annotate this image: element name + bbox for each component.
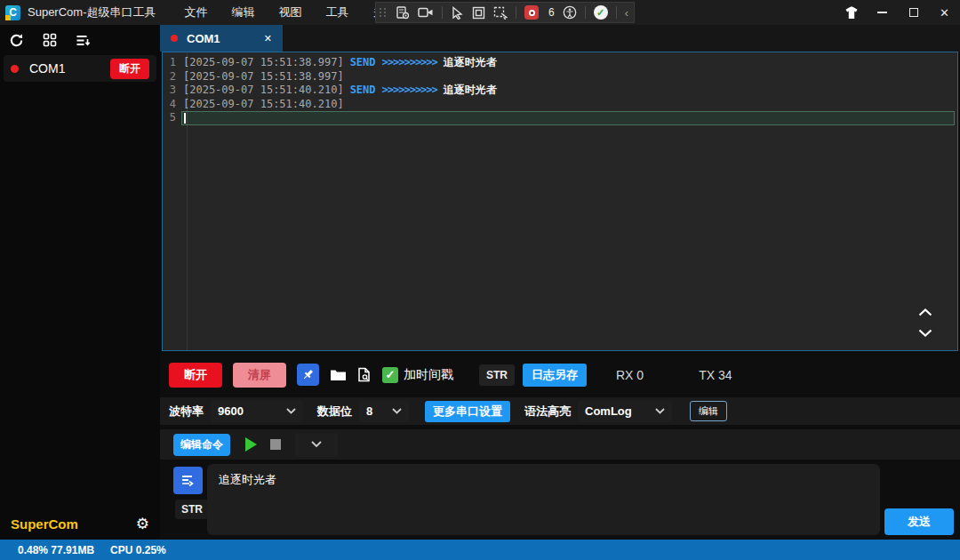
log-line-current: 5 [163, 111, 957, 125]
rx-counter: RX 0 [616, 368, 644, 382]
scroll-top-icon[interactable] [918, 307, 932, 319]
more-serial-settings-button[interactable]: 更多串口设置 [425, 401, 510, 422]
checkbox-checked-icon[interactable]: ✓ [382, 367, 398, 383]
stop-commands-icon[interactable] [270, 439, 281, 450]
port-name: COM1 [29, 61, 65, 76]
data-bits-select[interactable]: 8 [359, 400, 409, 422]
chevron-down-icon [286, 408, 296, 414]
run-commands-icon[interactable] [245, 437, 257, 452]
port-disconnect-button[interactable]: 断开 [110, 59, 149, 79]
refresh-ports-icon[interactable] [9, 33, 24, 48]
log-message: 追逐时光者 [444, 56, 497, 68]
log-send-tag: SEND [350, 56, 376, 68]
menu-file[interactable]: 文件 [184, 4, 207, 20]
menu-edit[interactable]: 编辑 [231, 4, 254, 20]
log-send-tag: SEND [350, 84, 376, 96]
settings-gear-icon[interactable]: ⚙ [136, 516, 149, 532]
sidebar: COM1 断开 SuperCom ⚙ [0, 25, 160, 540]
brand-label: SuperCom [11, 516, 78, 532]
app-title: SuperCom-超级串口工具 [28, 4, 156, 20]
main-content: COM1 ✕ 1 [2025-09-07 15:51:38.997]SEND>>… [160, 25, 960, 540]
divider [585, 6, 586, 19]
send-area: STR 追逐时光者 发送 [160, 462, 960, 540]
port-list-item-com1[interactable]: COM1 断开 [4, 55, 156, 82]
drag-handle-icon[interactable] [380, 8, 387, 17]
tab-close-icon[interactable]: ✕ [264, 33, 272, 44]
menu-tools[interactable]: 工具 [325, 4, 348, 20]
syntax-highlight-select[interactable]: ComLog [578, 400, 672, 422]
chevron-down-icon [655, 408, 665, 414]
log-line: 3 [2025-09-07 15:51:40.210]SEND>>>>>>>>>… [163, 84, 957, 98]
record-settings-icon[interactable] [396, 5, 410, 20]
edit-command-button[interactable]: 编辑命令 [173, 434, 230, 456]
display-format-str-button[interactable]: STR [479, 364, 515, 386]
send-mode-str-button[interactable]: STR [175, 500, 209, 519]
maximize-button[interactable] [898, 0, 929, 25]
syntax-highlight-value: ComLog [585, 404, 632, 418]
edit-syntax-button[interactable]: 编辑 [690, 401, 727, 421]
theme-skin-icon[interactable] [836, 0, 867, 25]
log-line: 1 [2025-09-07 15:51:38.997]SEND>>>>>>>>>… [163, 56, 957, 70]
send-lines-icon [180, 474, 196, 487]
chevron-down-icon [311, 441, 322, 448]
save-log-button[interactable]: 日志另存 [523, 364, 587, 387]
timestamp-checkbox-group[interactable]: ✓ 加时间戳 [382, 367, 453, 383]
log-toolbar: 断开 清屏 ✓ 加时间戳 STR 日志另存 RX 0 TX 34 [160, 356, 960, 394]
window-controls: ✕ [836, 0, 960, 25]
command-dropdown[interactable] [295, 433, 338, 457]
line-number: 4 [163, 98, 181, 112]
gutter-divider [187, 52, 188, 350]
pin-scroll-button[interactable] [297, 364, 319, 386]
line-number: 3 [163, 84, 181, 98]
camera-icon[interactable] [418, 6, 434, 19]
clear-screen-button[interactable]: 清屏 [233, 363, 286, 388]
syntax-highlight-label: 语法高亮 [524, 404, 571, 420]
divider [442, 6, 443, 19]
frame-icon[interactable] [472, 6, 485, 20]
view-log-file-icon[interactable] [357, 367, 371, 382]
open-folder-icon[interactable] [330, 368, 347, 382]
memory-usage: 0.48% 77.91MB [18, 544, 94, 556]
divider [616, 6, 617, 19]
log-timestamp: [2025-09-07 15:51:38.997] [183, 70, 344, 83]
record-badge-icon[interactable] [524, 5, 539, 20]
collapse-toolbar-icon[interactable]: ‹ [625, 6, 628, 20]
baud-rate-select[interactable]: 9600 [211, 400, 303, 422]
grid-view-icon[interactable] [43, 33, 57, 47]
app-logo-icon: C [5, 5, 20, 20]
scroll-bottom-icon[interactable] [918, 327, 932, 340]
chevron-down-icon [392, 408, 402, 414]
status-bar: 0.48% 77.91MB CPU 0.25% [0, 540, 960, 560]
baud-rate-label: 波特率 [169, 404, 204, 420]
data-bits-label: 数据位 [317, 404, 352, 420]
tab-com1[interactable]: COM1 ✕ [160, 25, 283, 52]
cpu-usage: CPU 0.25% [110, 544, 166, 556]
log-message: 追逐时光者 [444, 84, 497, 96]
minimize-button[interactable] [867, 0, 898, 25]
region-select-icon[interactable] [493, 6, 508, 20]
log-timestamp: [2025-09-07 15:51:38.997] [183, 56, 344, 68]
accessibility-icon[interactable] [563, 5, 577, 20]
tx-counter: TX 34 [699, 368, 732, 382]
text-cursor [184, 113, 186, 124]
disconnect-button[interactable]: 断开 [169, 363, 222, 388]
timestamp-label: 加时间戳 [404, 367, 453, 383]
divider [516, 6, 516, 19]
send-button[interactable]: 发送 [884, 508, 954, 535]
line-number: 2 [163, 70, 181, 84]
list-sort-icon[interactable] [76, 34, 91, 47]
menubar: 文件 编辑 视图 工具 关于 [184, 4, 396, 20]
close-button[interactable]: ✕ [929, 0, 960, 25]
status-check-icon[interactable]: ✓ [594, 5, 608, 20]
menu-view[interactable]: 视图 [278, 4, 301, 20]
tab-bar: COM1 ✕ [160, 25, 960, 52]
pin-icon [301, 368, 315, 381]
scroll-jump-controls [918, 307, 932, 340]
log-line: 4 [2025-09-07 15:51:40.210] [163, 98, 957, 112]
send-input[interactable]: 追逐时光者 [207, 464, 880, 535]
cursor-icon[interactable] [451, 6, 464, 20]
port-status-dot [11, 65, 19, 73]
log-editor[interactable]: 1 [2025-09-07 15:51:38.997]SEND>>>>>>>>>… [162, 52, 958, 351]
log-arrows: >>>>>>>>>> [382, 84, 437, 96]
send-format-button[interactable] [173, 467, 203, 494]
